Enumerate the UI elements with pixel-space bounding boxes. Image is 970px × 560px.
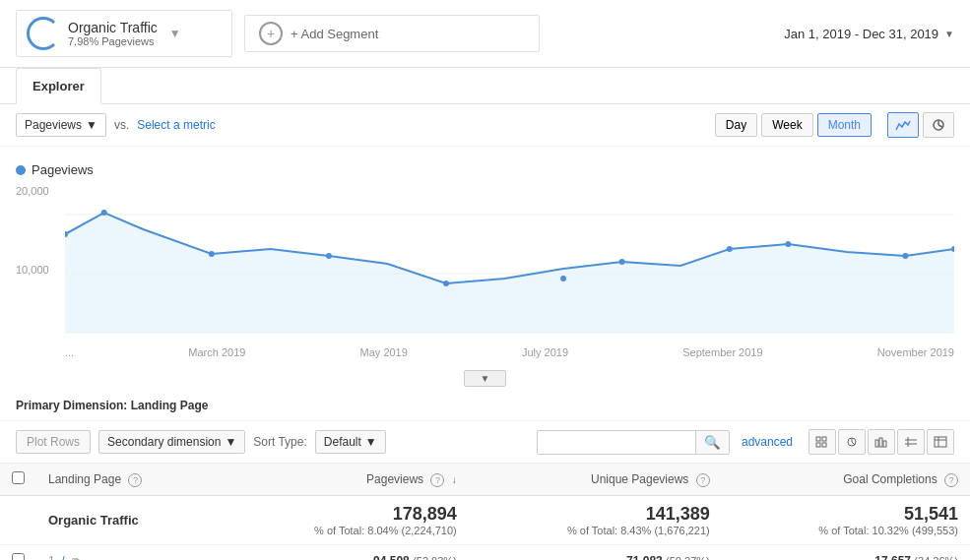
total-unique-pageviews-pct: % of Total: 8.43% (1,676,221) [481, 525, 710, 536]
pageviews-header[interactable]: Pageviews ? ↓ [216, 464, 469, 496]
svg-rect-25 [879, 438, 882, 447]
pie-view-button[interactable] [838, 429, 866, 455]
row-landing-page-link[interactable]: / [61, 554, 64, 560]
grid-view-button[interactable] [808, 429, 836, 455]
line-chart-button[interactable] [887, 112, 919, 138]
total-unique-pageviews-cell: 141,389 % of Total: 8.43% (1,676,221) [469, 496, 722, 545]
date-range-dropdown-icon: ▼ [944, 29, 954, 39]
svg-rect-19 [816, 443, 820, 447]
select-all-checkbox[interactable] [12, 471, 25, 484]
row-goal-completions-value: 17,657 [874, 554, 911, 560]
svg-point-10 [443, 280, 449, 286]
custom-view-button[interactable] [897, 429, 925, 455]
grid-view-icon [815, 436, 829, 448]
tab-explorer[interactable]: Explorer [16, 68, 101, 104]
xaxis-label-2: May 2019 [360, 346, 408, 358]
sort-type-selector[interactable]: Default ▼ [315, 430, 386, 454]
total-goal-completions-cell: 51,541 % of Total: 10.32% (499,553) [722, 496, 970, 545]
xaxis-label-5: November 2019 [877, 346, 954, 358]
svg-line-23 [852, 442, 855, 445]
segment-dropdown-icon[interactable]: ▼ [165, 27, 185, 40]
total-goal-completions-pct: % of Total: 10.32% (499,553) [734, 525, 958, 536]
select-metric-link[interactable]: Select a metric [137, 118, 215, 132]
sort-type-label: Sort Type: [253, 435, 306, 449]
total-check [0, 496, 36, 545]
svg-rect-24 [875, 440, 878, 447]
scroll-indicator: ▼ [16, 366, 954, 391]
search-button[interactable]: 🔍 [695, 431, 729, 454]
svg-point-14 [785, 241, 791, 247]
row-pageviews-pct: (52.83%) [413, 555, 457, 560]
line-chart-svg [65, 185, 954, 342]
yaxis-top: 20,000 [16, 185, 61, 197]
bar-view-button[interactable] [868, 429, 895, 455]
row-checkbox[interactable] [12, 553, 25, 560]
svg-rect-17 [816, 437, 820, 441]
svg-point-15 [902, 253, 908, 259]
metric-label: Pageviews [25, 118, 82, 132]
add-segment-button[interactable]: + + Add Segment [244, 15, 540, 52]
svg-rect-20 [822, 443, 826, 447]
day-button[interactable]: Day [715, 113, 757, 137]
pie-chart-icon [931, 118, 946, 132]
advanced-link[interactable]: advanced [742, 435, 793, 449]
chart-svg [65, 185, 954, 342]
row-pageviews-value: 94,508 [373, 554, 410, 560]
secondary-dimension-button[interactable]: Secondary dimension ▼ [98, 430, 245, 454]
view-buttons-group [808, 429, 954, 455]
goal-completions-header[interactable]: Goal Completions ? [722, 464, 970, 496]
scroll-arrow-button[interactable]: ▼ [464, 370, 507, 387]
week-button[interactable]: Week [761, 113, 812, 137]
xaxis-label-3: July 2019 [522, 346, 568, 358]
pageviews-info-icon[interactable]: ? [430, 473, 444, 487]
svg-point-12 [619, 259, 625, 265]
metric-selector[interactable]: Pageviews ▼ [16, 113, 106, 137]
chart-xaxis: ... March 2019 May 2019 July 2019 Septem… [65, 342, 954, 366]
svg-rect-30 [935, 437, 946, 447]
month-button[interactable]: Month [817, 113, 872, 137]
primary-dimension-label: Primary Dimension: [16, 399, 127, 412]
time-buttons-group: Day Week Month [715, 113, 872, 137]
pie-view-icon [845, 436, 859, 448]
legend-label: Pageviews [32, 162, 94, 177]
landing-page-info-icon[interactable]: ? [128, 473, 142, 487]
xaxis-label-0: ... [65, 346, 74, 358]
row-goal-completions-cell: 17,657 (34.26%) [722, 545, 970, 561]
search-input[interactable] [538, 431, 695, 453]
svg-rect-18 [822, 437, 826, 441]
chart-toolbar: Pageviews ▼ vs. Select a metric Day Week… [0, 104, 970, 147]
row-number: 1. [48, 554, 58, 560]
row-unique-pageviews-pct: (50.27%) [666, 555, 710, 560]
svg-point-7 [101, 210, 107, 216]
svg-point-8 [209, 251, 215, 257]
total-label: Organic Traffic [36, 496, 216, 545]
copy-icon[interactable]: ⧉ [72, 555, 80, 560]
secondary-dimension-label: Secondary dimension [107, 435, 221, 449]
unique-pageviews-info-icon[interactable]: ? [696, 473, 710, 487]
total-pageviews-value: 178,894 [227, 504, 457, 525]
chart-yaxis: 20,000 10,000 [16, 185, 65, 342]
row-checkbox-cell[interactable] [0, 545, 36, 561]
secondary-dimension-dropdown-icon: ▼ [225, 435, 236, 449]
add-segment-label: + Add Segment [291, 27, 378, 41]
organic-subtitle: 7.98% Pageviews [68, 35, 158, 47]
checkbox-header[interactable] [0, 464, 36, 496]
date-range-text: Jan 1, 2019 - Dec 31, 2019 [784, 27, 938, 41]
landing-page-header[interactable]: Landing Page ? [36, 464, 216, 496]
table-row: 1. / ⧉ 94,508 (52.83%) 71,083 (50.27%) 1… [0, 545, 970, 561]
primary-dimension-value: Landing Page [131, 399, 209, 412]
pie-chart-button[interactable] [923, 112, 954, 138]
pivot-view-button[interactable] [927, 429, 954, 455]
chart-area: Pageviews 20,000 10,000 [0, 147, 970, 391]
unique-pageviews-header[interactable]: Unique Pageviews ? [469, 464, 722, 496]
data-table-wrap: Landing Page ? Pageviews ? ↓ Unique Page… [0, 464, 970, 560]
goal-completions-info-icon[interactable]: ? [944, 473, 958, 487]
xaxis-label-1: March 2019 [188, 346, 245, 358]
organic-segment-badge[interactable]: Organic Traffic 7.98% Pageviews ▼ [16, 10, 232, 57]
header: Organic Traffic 7.98% Pageviews ▼ + + Ad… [0, 0, 970, 68]
date-range-selector[interactable]: Jan 1, 2019 - Dec 31, 2019 ▼ [784, 27, 954, 41]
row-unique-pageviews-cell: 71,083 (50.27%) [469, 545, 722, 561]
chart-container: 20,000 10,000 [16, 185, 954, 342]
bar-view-icon [874, 436, 888, 448]
plot-rows-button[interactable]: Plot Rows [16, 430, 91, 454]
